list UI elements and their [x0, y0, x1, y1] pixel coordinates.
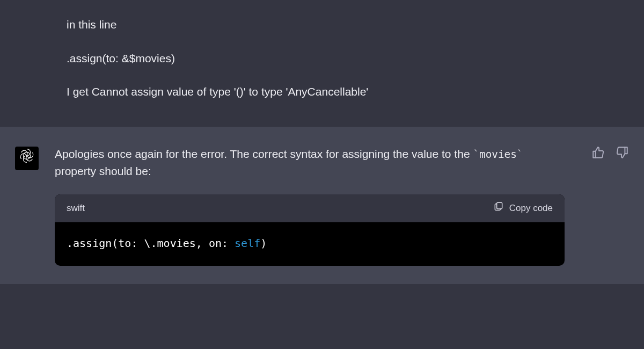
thumbs-down-icon	[615, 149, 629, 162]
assistant-avatar	[15, 147, 39, 170]
user-text-line: in this line	[67, 16, 585, 34]
code-keyword-self: self	[235, 237, 260, 250]
clipboard-icon	[493, 201, 504, 216]
thumbs-up-icon	[591, 149, 605, 162]
assistant-text-segment: Apologies once again for the error. The …	[55, 148, 473, 160]
assistant-text: Apologies once again for the error. The …	[55, 146, 565, 180]
thumbs-down-button[interactable]	[615, 146, 629, 159]
openai-logo-icon	[19, 148, 35, 169]
user-message: in this line .assign(to: &$movies) I get…	[0, 0, 644, 127]
svg-rect-1	[496, 202, 502, 209]
user-text-line: .assign(to: &$movies)	[67, 50, 585, 68]
assistant-content: Apologies once again for the error. The …	[55, 146, 629, 266]
inline-code: `movies`	[473, 148, 523, 161]
code-block-body[interactable]: .assign(to: \.movies, on: self)	[55, 222, 565, 266]
code-lang-label: swift	[67, 201, 85, 215]
assistant-message: Apologies once again for the error. The …	[0, 127, 644, 284]
thumbs-up-button[interactable]	[591, 146, 605, 159]
code-block-header: swift Copy code	[55, 194, 565, 222]
code-block: swift Copy code .assign(to: \.movies, on…	[55, 194, 565, 266]
copy-code-button[interactable]: Copy code	[493, 201, 553, 216]
user-text-line: I get Cannot assign value of type '()' t…	[67, 83, 585, 101]
copy-code-label: Copy code	[509, 201, 553, 215]
code-segment: )	[260, 237, 267, 250]
code-segment: .assign(to: \.movies, on:	[67, 237, 235, 250]
assistant-text-segment: property should be:	[55, 165, 151, 177]
feedback-group	[591, 146, 629, 159]
